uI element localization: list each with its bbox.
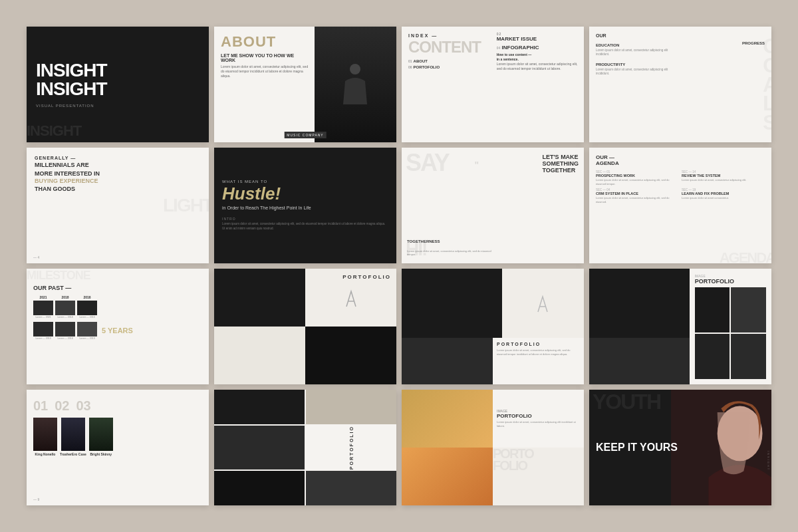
our-agenda-label: OUR —AGENDA [596,154,765,166]
page-num: — 4 [33,255,39,259]
experience-text: BUYING EXPERIENCE [35,178,201,185]
slide-13-num: — 9 [33,497,39,501]
portfolio-label-5: PORTOFOLIO [497,413,580,419]
port-vert-label-cell: PORTOFOLIO [306,426,396,469]
insight-bg-text: INSIGHT [27,122,81,140]
goals-bg: GOALS [763,37,771,132]
our-past-label: OUR PAST — [33,285,202,291]
photo-4 [214,471,305,505]
agenda-items: SEC — 01 Prospecting Work Lorem ipsum do… [596,170,765,203]
cell-port-bg: PORTOFOLIO [493,448,584,505]
generally-label: GENERALLY — [35,156,201,160]
years-text: 5 YEARS [102,327,133,334]
port-right-info: Image PORTOFOLIO [690,269,771,384]
timeline-item-1: 2021 Lorem — 2021 [33,295,53,319]
agenda-item-3: SEC — 04 CRM System in place Lorem ipsum… [596,188,679,203]
slide-goals: OUR GOALS EDUCATION Lorem ipsum dolor si… [589,27,771,142]
slide-portfolio-5: IMAGE PORTOFOLIO Lorem ipsum dolor sit a… [402,390,584,505]
edu-text: Lorem ipsum dolor sit amet, consectetur … [596,49,672,57]
agenda-item-2: SEC — 14 Review the System Lorem ipsum d… [682,170,765,186]
person-3-name: Bright Skinny [90,452,112,456]
port-img-sm [502,269,584,338]
port-img-main [589,269,690,338]
photo-5 [306,471,396,505]
porto-bg-text: PORTOFOLIO [493,448,584,505]
portfolio-label-3: PORTOFOLIO [695,278,766,285]
timeline-item-5: Lorem — 2018 [55,322,75,340]
person-2-name: TrasherEro Case [60,452,86,456]
infographic-title: 04 INFOGRAPHIC [497,45,579,51]
person-2: TrasherEro Case [60,418,86,456]
photo-1 [214,390,305,424]
millennials-line2: MORE INTERESTED IN [35,170,201,178]
person-3: Bright Skinny [89,418,113,456]
together-text: Lorem ipsum dolor sit amet, consectetur … [407,249,498,257]
timeline-item-6: Lorem — 2019 [77,322,97,340]
cell-info: IMAGE PORTOFOLIO Lorem ipsum dolor sit a… [493,390,584,448]
port-sm-1 [695,287,730,332]
photo-3 [214,426,305,469]
slide-about: ABOUT Let Me Show You to How We Work Lor… [214,27,396,142]
slide-keep-yours: YOUTH Keep it Yours INSIGHT [589,390,771,505]
port-bottom: PORTOFOLIO Lorem ipsum dolor sit amet, c… [402,338,584,384]
port-bottom-info: PORTOFOLIO Lorem ipsum dolor sit amet, c… [493,338,584,384]
slide-our-past: MILESTONE OUR PAST — 2021 Lorem — 2021 2… [27,269,209,384]
togetherness: Togetherness [407,239,440,243]
slide-agenda: OUR —AGENDA AGENDA SEC — 01 Prospecting … [589,148,771,263]
slide-millennials: GENERALLY — MILLENNIALS ARE MORE INTERES… [27,148,209,263]
say-bg: SAY [406,153,449,174]
index-right-col: 02 MARKET ISSUE 04 INFOGRAPHIC How to us… [497,32,579,71]
slide-portfolio-1: PORTOFOLIO [214,269,396,384]
port-imgs-grid [695,287,766,379]
person-1: King Nonello [33,418,57,456]
numbers-row: 01 02 03 [33,399,202,412]
port-img-3 [214,327,305,384]
slide-index: INDEX — CONTENT 01ABOUT 06PORTOFOLIO 02 … [402,27,584,142]
num-02: 02 [55,399,69,412]
agenda-item-4: SEC — 19 Learn and Fix Problem Lorem ips… [682,188,765,203]
portfolio-body: Lorem ipsum dolor sit amet, consectetur … [497,348,580,356]
port-sm-3 [695,334,730,379]
cell-person-orange [402,448,493,505]
hustle-title: Hustle! [222,185,388,202]
timeline: 2021 Lorem — 2021 2018 Lorem — 2018 2016… [33,295,202,319]
slide-insight-cover: INSIGHT INSIGHT INSIGHT VISUAL PRESENTAT… [27,27,209,142]
about-badge: MUSIC COMPANY [284,132,326,138]
timeline-item-4: Lorem — 2019 [33,322,53,340]
agenda-bg: AGENDA [720,249,771,263]
millennials-line1: MILLENNIALS ARE [35,162,201,169]
quote-mark: " [475,160,479,170]
port-img-sub [589,338,690,384]
timeline-row2: Lorem — 2019 Lorem — 2018 Lorem — 2019 5… [33,322,202,340]
portfolio-vert-text: PORTOFOLIO [349,426,354,469]
how-to-text: How to use content — in a sentence. Lore… [497,53,579,71]
person-photo [671,390,771,505]
photo-2 [306,390,396,424]
person-silhouette [315,27,396,142]
slide-portfolio-4: PORTOFOLIO [214,390,396,505]
slide-persons: 01 02 03 King Nonello TrasherEro Case Br… [27,390,209,505]
keep-title: Keep it Yours [596,442,678,454]
slide-portfolio-3: Image PORTOFOLIO [589,269,771,384]
lets-make: LET'S MAKE SOMETHING TOGETHER [542,154,579,174]
slide-say-hi: SAY HI! " LET'S MAKE SOMETHING TOGETHER … [402,148,584,263]
person-1-name: King Nonello [35,452,56,456]
insight-title-1: INSIGHT [36,61,200,80]
port-sm-4 [731,334,766,379]
about-title: ABOUT [221,33,309,51]
cell-person-yellow [402,390,493,448]
millennials-bg: LIGHT [163,197,209,213]
slides-grid: INSIGHT INSIGHT INSIGHT VISUAL PRESENTAT… [0,0,798,532]
num-01: 01 [33,399,48,412]
agenda-item-1: SEC — 01 Prospecting Work Lorem ipsum do… [596,170,679,186]
svg-point-0 [350,64,360,74]
slide-hustle: What is Mean to Hustle! in Order to Reac… [214,148,396,263]
milestone-bg: MILESTONE [27,269,209,283]
portfolio-label-1: PORTOFOLIO [342,274,391,280]
hustle-subtitle: in Order to Reach The Highest Point In L… [222,205,388,211]
insight-label: INSIGHT [767,451,770,471]
port-sm-2 [731,287,766,332]
person-imgs: King Nonello TrasherEro Case Bright Skin… [33,418,202,456]
education-label: EDUCATION [596,43,765,47]
port-img-1 [214,269,305,327]
